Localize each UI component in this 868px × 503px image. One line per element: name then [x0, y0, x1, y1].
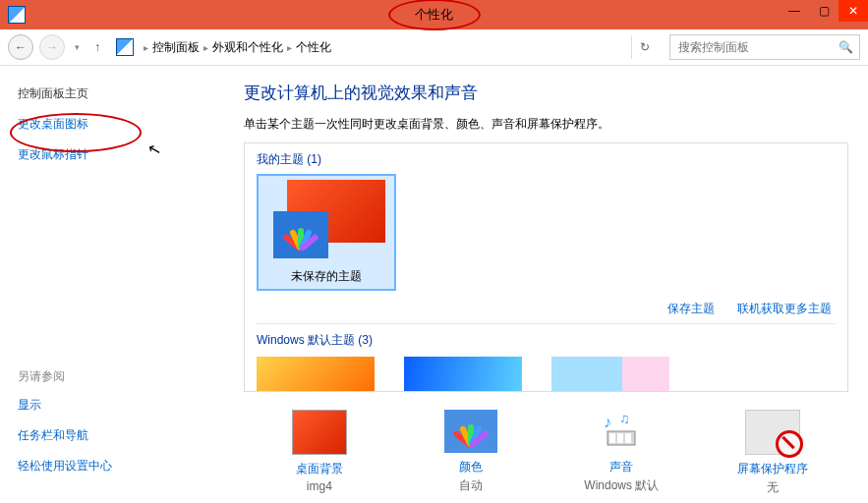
- desktop-background-icon: [292, 410, 347, 455]
- sound-icon: ♪ ♫: [595, 410, 648, 453]
- svg-text:♫: ♫: [619, 411, 630, 426]
- see-also: 另请参阅 显示 任务栏和导航 轻松使用设置中心: [18, 368, 112, 488]
- back-button[interactable]: ←: [8, 34, 33, 60]
- default-theme-2[interactable]: [404, 357, 522, 391]
- setting-desktop-background[interactable]: 桌面背景 img4: [256, 410, 383, 496]
- breadcrumb[interactable]: ▸ 控制面板 ▸ 外观和个性化 ▸ 个性化: [140, 35, 625, 59]
- see-also-taskbar[interactable]: 任务栏和导航: [18, 427, 112, 444]
- crumb-personalization[interactable]: 个性化: [296, 39, 331, 56]
- see-also-header: 另请参阅: [18, 368, 112, 385]
- window-title: 个性化: [415, 6, 453, 24]
- setting-sound[interactable]: ♪ ♫ 声音 Windows 默认: [557, 410, 685, 496]
- svg-rect-3: [609, 433, 615, 443]
- themes-panel: 我的主题 (1) 未保存的主题 保存主题 联机获取更多主题 Windows 默认…: [244, 142, 848, 392]
- page-subtext: 单击某个主题一次性同时更改桌面背景、颜色、声音和屏幕保护程序。: [244, 116, 848, 133]
- svg-rect-5: [625, 433, 631, 443]
- default-theme-3[interactable]: [551, 357, 669, 391]
- search-input[interactable]: [676, 39, 839, 55]
- chevron-right-icon: ▸: [287, 42, 292, 53]
- search-icon: 🔍: [839, 40, 853, 54]
- page-heading: 更改计算机上的视觉效果和声音: [244, 82, 848, 104]
- search-box[interactable]: 🔍: [669, 34, 860, 60]
- titlebar: 个性化 — ▢ ✕: [0, 0, 868, 29]
- refresh-button[interactable]: ↻: [631, 35, 658, 59]
- screensaver-icon: [745, 410, 800, 455]
- crumb-control-panel[interactable]: 控制面板: [152, 39, 200, 56]
- bottom-settings-row: 桌面背景 img4 颜色 自动 ♪ ♫: [244, 410, 848, 496]
- window-controls: — ▢ ✕: [780, 0, 868, 22]
- setting-value: 自动: [407, 477, 535, 494]
- theme-name: 未保存的主题: [262, 268, 390, 285]
- app-icon: [8, 6, 26, 24]
- setting-value: Windows 默认: [557, 477, 685, 494]
- see-also-ease[interactable]: 轻松使用设置中心: [18, 458, 112, 475]
- color-fan-icon: [286, 220, 316, 250]
- history-dropdown[interactable]: ▾: [71, 42, 83, 52]
- theme-tile-unsaved[interactable]: 未保存的主题: [257, 174, 396, 291]
- setting-label: 颜色: [407, 459, 535, 475]
- setting-color[interactable]: 颜色 自动: [407, 410, 535, 496]
- svg-text:♪: ♪: [604, 414, 611, 430]
- get-more-themes-link[interactable]: 联机获取更多主题: [737, 302, 832, 315]
- maximize-button[interactable]: ▢: [809, 0, 839, 22]
- save-theme-link[interactable]: 保存主题: [667, 302, 715, 315]
- chevron-right-icon: ▸: [144, 42, 148, 53]
- up-button[interactable]: ↑: [88, 40, 106, 54]
- setting-label: 桌面背景: [256, 461, 383, 477]
- crumb-appearance[interactable]: 外观和个性化: [212, 39, 283, 56]
- divider: [257, 323, 836, 324]
- default-themes-row: [257, 357, 836, 391]
- default-theme-1[interactable]: [257, 357, 375, 391]
- address-icon: [116, 38, 134, 56]
- svg-rect-4: [617, 433, 623, 443]
- sidebar-link-desktop-icons[interactable]: 更改桌面图标: [18, 116, 214, 133]
- default-themes-header: Windows 默认主题 (3): [257, 332, 836, 349]
- setting-value: 无: [709, 479, 837, 496]
- nav-row: ← → ▾ ↑ ▸ 控制面板 ▸ 外观和个性化 ▸ 个性化 ↻ 🔍: [0, 29, 868, 66]
- color-icon: [444, 410, 497, 453]
- sidebar-link-mouse-pointer[interactable]: 更改鼠标指针: [18, 146, 214, 163]
- see-also-display[interactable]: 显示: [18, 397, 112, 414]
- minimize-button[interactable]: —: [780, 0, 809, 22]
- setting-label: 声音: [557, 459, 685, 475]
- forward-button[interactable]: →: [39, 34, 65, 60]
- setting-label: 屏幕保护程序: [709, 461, 837, 477]
- main-content: 更改计算机上的视觉效果和声音 单击某个主题一次性同时更改桌面背景、颜色、声音和屏…: [214, 66, 868, 503]
- sidebar-home[interactable]: 控制面板主页: [18, 85, 214, 102]
- close-button[interactable]: ✕: [839, 0, 868, 22]
- chevron-right-icon: ▸: [203, 42, 208, 53]
- setting-screensaver[interactable]: 屏幕保护程序 无: [709, 410, 837, 496]
- my-themes-header: 我的主题 (1): [257, 151, 836, 168]
- setting-value: img4: [256, 479, 383, 493]
- sidebar: 控制面板主页 更改桌面图标 更改鼠标指针 ↖ 另请参阅 显示 任务栏和导航 轻松…: [0, 66, 214, 503]
- theme-actions: 保存主题 联机获取更多主题: [257, 301, 832, 317]
- theme-thumbnail: [267, 180, 385, 262]
